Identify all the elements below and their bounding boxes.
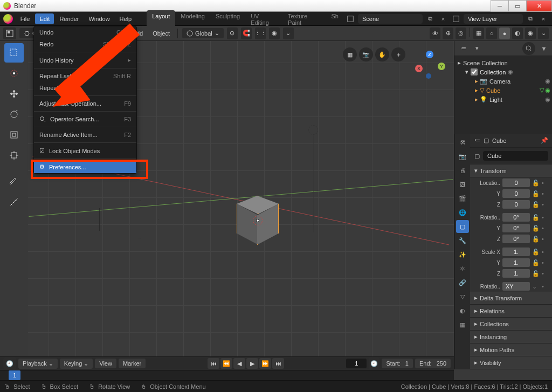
ptab-output[interactable]: 🖨	[456, 164, 469, 177]
gizmo-y[interactable]: Y	[438, 63, 445, 70]
timeline-type-icon[interactable]: 🕘	[3, 357, 16, 369]
tool-cursor[interactable]	[4, 64, 24, 83]
light-object[interactable]	[308, 125, 318, 135]
lock-icon[interactable]: 🔓	[532, 201, 540, 208]
collection-checkbox[interactable]	[471, 68, 478, 75]
menu-adjust-last-op[interactable]: Adjust Last Operation...F9	[34, 98, 136, 109]
scene-name-field[interactable]: Scene	[358, 14, 423, 24]
menu-redo[interactable]: RedoShift Ctrl Z	[34, 38, 136, 50]
play-rev-icon[interactable]: ◀	[233, 358, 245, 369]
camera-view-icon[interactable]: ▦	[343, 47, 357, 61]
xray-icon[interactable]: ▦	[473, 27, 484, 39]
rot-y-field[interactable]: 0°	[502, 224, 530, 232]
panel-collections-header[interactable]: ▸ Collections	[470, 318, 552, 331]
toggle-camera-icon[interactable]: 📷	[359, 47, 373, 61]
timeline-track[interactable]: 1	[0, 370, 454, 380]
timeline-marker[interactable]: Marker	[119, 359, 146, 368]
next-key-icon[interactable]: ⏩	[259, 358, 271, 369]
scl-z-field[interactable]: 1.	[502, 269, 530, 278]
lock-icon[interactable]: 🔓	[532, 259, 540, 266]
outliner-item-camera[interactable]: ▸ 📷 Camera ◉	[457, 77, 550, 86]
outliner-type-icon[interactable]: ≔	[458, 43, 468, 54]
menu-render[interactable]: Render	[55, 13, 83, 24]
menu-undo[interactable]: UndoCtrl Z	[34, 26, 136, 38]
tool-scale[interactable]	[4, 125, 24, 145]
outliner-item-light[interactable]: ▸ 💡 Light ◉	[457, 95, 550, 104]
proportional-type-icon[interactable]: ⌄	[283, 27, 294, 39]
ptab-physics[interactable]: ⚛	[456, 262, 469, 275]
tab-sculpting[interactable]: Sculpting	[210, 10, 245, 29]
scl-y-field[interactable]: 1.	[502, 258, 530, 267]
menu-window[interactable]: Window	[84, 13, 114, 24]
search-icon[interactable]	[522, 42, 535, 55]
mesh-data-icon[interactable]: ▽	[540, 87, 544, 94]
ptab-constraints[interactable]: 🔗	[456, 276, 469, 289]
tool-measure[interactable]	[4, 192, 24, 211]
shade-rendered-icon[interactable]: ◉	[525, 27, 536, 39]
tab-shading[interactable]: Sh	[326, 10, 344, 29]
pin-icon[interactable]: 📌	[541, 137, 548, 144]
lock-icon[interactable]: 🔓	[532, 249, 540, 256]
lock-icon[interactable]: 🔓	[532, 190, 540, 197]
keying-menu[interactable]: Keying ⌄	[60, 359, 93, 369]
ptab-tool[interactable]: 🛠	[456, 136, 469, 149]
menu-edit[interactable]: Edit	[35, 13, 54, 24]
header-object[interactable]: Object	[149, 28, 173, 39]
scl-x-field[interactable]: 1.	[502, 247, 530, 256]
minimize-button[interactable]: ─	[491, 0, 509, 12]
panel-transform-header[interactable]: ▾ Transform	[470, 164, 552, 177]
frame-start[interactable]: Start: 1	[382, 359, 412, 368]
tab-uv-editing[interactable]: UV Editing	[245, 10, 282, 29]
panel-delta-header[interactable]: ▸ Delta Transform	[470, 292, 552, 305]
snap-toggle-icon[interactable]: 🧲	[241, 27, 252, 39]
menu-undo-history[interactable]: Undo History▸	[34, 54, 136, 66]
menu-repeat-history[interactable]: Repeat History...	[34, 82, 136, 94]
frame-end[interactable]: End: 250	[415, 359, 451, 368]
gizmo-toggle-icon[interactable]: ⊕	[443, 27, 453, 39]
tab-layout[interactable]: Layout	[147, 10, 175, 29]
panel-motionpaths-header[interactable]: ▸ Motion Paths	[470, 343, 552, 356]
eye-icon[interactable]: ◉	[545, 78, 550, 85]
tool-select-box[interactable]	[4, 43, 24, 63]
lock-icon[interactable]: 🔓	[532, 225, 540, 232]
lock-icon[interactable]: 🔓	[532, 236, 540, 243]
ptab-modifiers[interactable]: 🔧	[456, 234, 469, 247]
tool-transform[interactable]	[4, 146, 24, 165]
tool-rotate[interactable]	[4, 105, 24, 124]
editor-type-icon[interactable]: ≔	[474, 137, 480, 144]
ptab-object[interactable]: ▢	[456, 220, 469, 233]
ptab-particles[interactable]: ✨	[456, 248, 469, 261]
ptab-viewlayer[interactable]: 🖼	[456, 178, 469, 191]
outliner-scene-collection[interactable]: ▸ Scene Collection	[457, 58, 550, 67]
current-frame-field[interactable]: 1	[346, 359, 367, 368]
gizmo-neg-z[interactable]	[426, 73, 431, 79]
shading-options-icon[interactable]: ⌄	[538, 27, 549, 39]
menu-help[interactable]: Help	[115, 13, 136, 24]
loc-x-field[interactable]: 0	[502, 178, 530, 187]
menu-operator-search[interactable]: Operator Search...F3	[34, 113, 136, 125]
lock-icon[interactable]: 🔓	[532, 214, 540, 221]
play-icon[interactable]: ▶	[246, 358, 258, 369]
viewlayer-name-field[interactable]: View Layer	[464, 14, 523, 24]
playback-menu[interactable]: Playback ⌄	[18, 359, 58, 369]
proportional-icon[interactable]: ◉	[269, 27, 280, 39]
editor-type-icon[interactable]	[3, 27, 16, 39]
rot-mode-dropdown[interactable]: XY	[502, 282, 530, 291]
eye-icon[interactable]: ◉	[545, 87, 550, 94]
eye-icon[interactable]: ◉	[508, 68, 513, 75]
shade-matprev-icon[interactable]: ◐	[512, 27, 523, 39]
orientation-gizmo[interactable]: Z Y X	[414, 51, 444, 81]
viewlayer-browse-icon[interactable]	[451, 13, 461, 24]
snap-type-icon[interactable]: ⋮⋮	[255, 27, 266, 39]
rot-x-field[interactable]: 0°	[502, 213, 530, 222]
tab-modeling[interactable]: Modeling	[175, 10, 210, 29]
prev-key-icon[interactable]: ⏪	[220, 358, 232, 369]
menu-lock-object-modes[interactable]: ☑Lock Object Modes	[34, 145, 136, 157]
playhead[interactable]: 1	[9, 370, 20, 380]
ptab-world[interactable]: 🌐	[456, 206, 469, 219]
jump-start-icon[interactable]: ⏮	[208, 358, 219, 369]
ptab-data[interactable]: ▽	[456, 290, 469, 303]
autokey-icon[interactable]: 🕘	[369, 357, 380, 369]
gizmo-z[interactable]: Z	[426, 51, 433, 58]
ptab-texture[interactable]: ▦	[456, 318, 469, 331]
